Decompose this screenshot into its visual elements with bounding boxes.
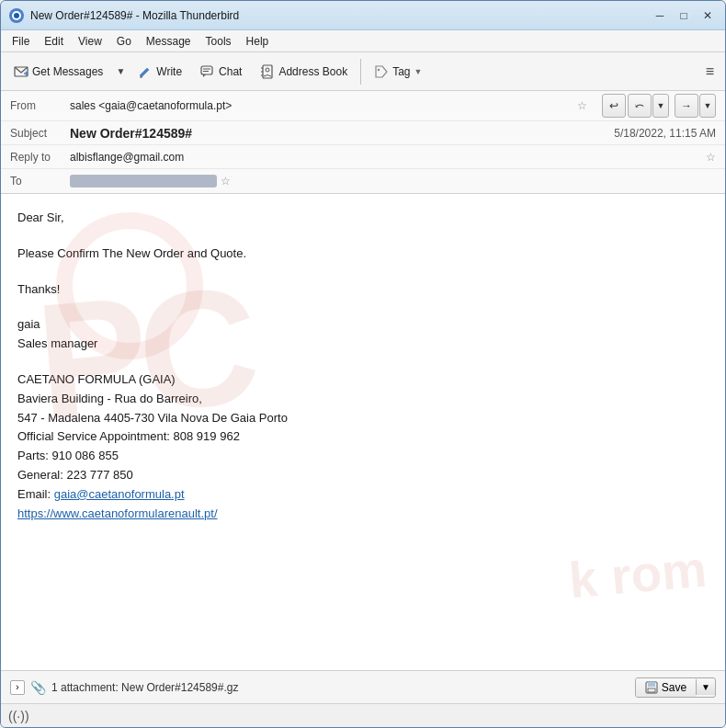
menu-edit[interactable]: Edit <box>37 33 71 50</box>
save-icon <box>645 681 658 694</box>
reply-to-star-icon[interactable]: ☆ <box>706 151 716 164</box>
to-value-blurred <box>70 175 217 188</box>
toolbar-separator <box>360 59 361 85</box>
get-messages-button[interactable]: Get Messages <box>6 61 110 83</box>
app-icon <box>8 7 25 24</box>
write-icon <box>138 64 153 79</box>
email-address1: Baviera Building - Rua do Barreiro, <box>17 390 709 409</box>
email-body: PC k rom Dear Sir, Please Confirm The Ne… <box>1 194 725 670</box>
email-greeting: Dear Sir, <box>17 209 709 228</box>
save-dropdown-button[interactable]: ▼ <box>696 679 715 695</box>
attachment-text: 1 attachment: New Order#124589#.gz <box>51 681 630 694</box>
menu-go[interactable]: Go <box>109 33 139 50</box>
save-main-button[interactable]: Save <box>636 678 696 697</box>
reply-back-button[interactable]: ↩ <box>602 94 626 118</box>
email-sender-name: gaia <box>17 315 709 335</box>
email-email-label: Email: <box>17 487 54 501</box>
hamburger-menu-button[interactable]: ≡ <box>700 60 720 84</box>
from-value: sales <gaia@caetanoformula.pt> <box>70 99 573 112</box>
email-sender-title: Sales manager <box>17 335 709 354</box>
svg-marker-7 <box>203 74 206 77</box>
subject-value: New Order#124589# <box>70 126 614 141</box>
close-button[interactable]: ✕ <box>698 6 718 26</box>
svg-point-15 <box>378 68 380 70</box>
status-bar: ((·)) <box>1 703 725 727</box>
svg-point-11 <box>266 68 269 72</box>
menu-tools[interactable]: Tools <box>199 33 239 50</box>
reply-to-label: Reply to <box>10 151 70 164</box>
attachment-bar: › 📎 1 attachment: New Order#124589#.gz S… <box>1 670 725 703</box>
thunderbird-window: New Order#124589# - Mozilla Thunderbird … <box>0 0 726 728</box>
window-title: New Order#124589# - Mozilla Thunderbird <box>30 9 650 22</box>
watermark-risk-text: k rom <box>566 529 710 621</box>
maximize-button[interactable]: □ <box>674 6 694 26</box>
email-address-link[interactable]: gaia@caetanoformula.pt <box>54 487 185 501</box>
reply-forward-button[interactable]: ⤺ <box>628 94 652 118</box>
get-messages-icon <box>14 64 28 79</box>
wifi-status-icon: ((·)) <box>8 709 29 723</box>
reply-to-value: albisflange@gmail.com <box>70 151 702 164</box>
header-action-buttons: ↩ ⤺ ▼ → ▼ <box>602 94 716 118</box>
email-company: CAETANO FORMULA (GAIA) <box>17 370 709 390</box>
chat-button[interactable]: Chat <box>193 61 249 83</box>
to-label: To <box>10 175 70 188</box>
email-general: General: 223 777 850 <box>17 466 709 485</box>
minimize-button[interactable]: ─ <box>650 6 670 26</box>
svg-point-2 <box>14 13 19 18</box>
write-button[interactable]: Write <box>130 61 189 83</box>
reply-to-row: Reply to albisflange@gmail.com ☆ <box>1 145 725 169</box>
toolbar: Get Messages ▼ Write Chat <box>1 52 725 91</box>
email-parts: Parts: 910 086 855 <box>17 447 709 466</box>
tag-button[interactable]: Tag ▼ <box>367 61 429 83</box>
from-label: From <box>10 99 70 112</box>
menu-view[interactable]: View <box>71 33 109 50</box>
menu-message[interactable]: Message <box>139 33 199 50</box>
to-row: To ☆ <box>1 169 725 193</box>
save-button-group: Save ▼ <box>635 677 716 698</box>
get-messages-dropdown[interactable]: ▼ <box>114 63 127 80</box>
email-body-wrapper: PC k rom Dear Sir, Please Confirm The Ne… <box>1 194 725 670</box>
menu-bar: File Edit View Go Message Tools Help <box>1 30 725 52</box>
svg-rect-17 <box>648 682 655 687</box>
menu-help[interactable]: Help <box>239 33 277 50</box>
address-book-button[interactable]: Address Book <box>253 61 355 83</box>
forward-dropdown[interactable]: ▼ <box>699 94 716 118</box>
reply-dropdown[interactable]: ▼ <box>652 94 669 118</box>
subject-row: Subject New Order#124589# 5/18/2022, 11:… <box>1 121 725 145</box>
from-star-icon[interactable]: ☆ <box>577 99 587 112</box>
email-website-line: https://www.caetanoformularenault.pt/ <box>17 505 709 524</box>
attachment-expand-button[interactable]: › <box>10 680 25 695</box>
email-email-line: Email: gaia@caetanoformula.pt <box>17 485 709 505</box>
email-service: Official Service Appointment: 808 919 96… <box>17 427 709 447</box>
from-row: From sales <gaia@caetanoformula.pt> ☆ ↩ … <box>1 91 725 121</box>
email-headers: From sales <gaia@caetanoformula.pt> ☆ ↩ … <box>1 91 725 194</box>
title-bar: New Order#124589# - Mozilla Thunderbird … <box>1 1 725 30</box>
email-line1: Please Confirm The New Order and Quote. <box>17 245 709 264</box>
tag-icon <box>374 64 389 79</box>
email-address2: 547 - Madalena 4405-730 Vila Nova De Gai… <box>17 409 709 428</box>
svg-rect-18 <box>648 688 655 692</box>
to-star-icon[interactable]: ☆ <box>221 175 231 188</box>
subject-label: Subject <box>10 127 70 140</box>
chat-icon <box>200 64 215 79</box>
window-controls: ─ □ ✕ <box>650 6 718 26</box>
email-thanks: Thanks! <box>17 280 709 300</box>
paperclip-icon: 📎 <box>30 680 46 695</box>
email-timestamp: 5/18/2022, 11:15 AM <box>614 127 716 140</box>
svg-rect-6 <box>201 66 212 74</box>
website-link[interactable]: https://www.caetanoformularenault.pt/ <box>17 506 218 520</box>
address-book-icon <box>260 64 275 79</box>
tag-dropdown-arrow: ▼ <box>414 67 423 76</box>
menu-file[interactable]: File <box>5 33 37 50</box>
forward-button[interactable]: → <box>675 94 698 118</box>
